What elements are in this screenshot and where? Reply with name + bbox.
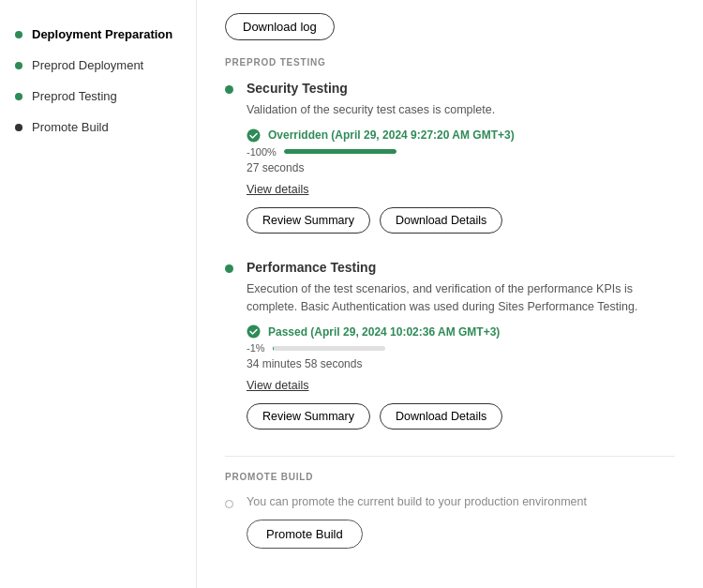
- performance-btn-row: Review Summary Download Details: [247, 403, 675, 430]
- security-progress-bar-wrap: [284, 149, 396, 154]
- sidebar-dot-preprod-deployment: [15, 62, 22, 69]
- promote-build-dot: [225, 500, 233, 508]
- security-testing-status-row: Overridden (April 29, 2024 9:27:20 AM GM…: [247, 128, 675, 143]
- sidebar-item-preprod-deployment[interactable]: Preprod Deployment: [0, 50, 196, 81]
- security-testing-dot: [225, 85, 233, 94]
- performance-view-details-link[interactable]: View details: [247, 379, 308, 392]
- promote-build-section-label: PROMOTE BUILD: [225, 472, 675, 482]
- security-testing-title: Security Testing: [247, 81, 675, 96]
- performance-testing-content: Performance Testing Execution of the tes…: [247, 260, 675, 430]
- performance-testing-status: Passed (April 29, 2024 10:02:36 AM GMT+3…: [268, 325, 500, 339]
- svg-point-1: [247, 325, 261, 339]
- performance-review-summary-button[interactable]: Review Summary: [247, 403, 370, 430]
- performance-testing-title: Performance Testing: [247, 260, 675, 275]
- performance-testing-item: Performance Testing Execution of the tes…: [225, 260, 675, 430]
- preprod-testing-section-label: PREPROD TESTING: [225, 57, 675, 68]
- security-btn-row: Review Summary Download Details: [247, 207, 675, 234]
- security-testing-item: Security Testing Validation of the secur…: [225, 81, 675, 234]
- performance-download-details-button[interactable]: Download Details: [380, 403, 502, 430]
- sidebar: Deployment Preparation Preprod Deploymen…: [0, 0, 197, 588]
- performance-testing-status-row: Passed (April 29, 2024 10:02:36 AM GMT+3…: [247, 324, 675, 339]
- svg-point-0: [247, 128, 261, 142]
- sidebar-label-deployment-preparation: Deployment Preparation: [32, 27, 172, 41]
- sidebar-label-preprod-testing: Preprod Testing: [32, 89, 117, 103]
- sidebar-dot-promote-build: [15, 124, 22, 131]
- section-divider: [225, 456, 675, 457]
- security-progress-bar-fill: [284, 149, 396, 154]
- sidebar-dot-deployment-preparation: [15, 31, 22, 38]
- sidebar-item-promote-build[interactable]: Promote Build: [0, 112, 196, 143]
- performance-testing-dot: [225, 264, 233, 273]
- performance-progress-bar-wrap: [273, 346, 385, 351]
- performance-check-icon: [247, 324, 261, 339]
- security-progress-row: -100%: [247, 146, 675, 158]
- performance-duration: 34 minutes 58 seconds: [247, 357, 675, 370]
- security-review-summary-button[interactable]: Review Summary: [247, 207, 370, 234]
- promote-build-desc: You can promote the current build to you…: [247, 495, 675, 508]
- main-content: Download log PREPROD TESTING Security Te…: [197, 0, 703, 588]
- security-testing-content: Security Testing Validation of the secur…: [247, 81, 675, 234]
- sidebar-label-promote-build: Promote Build: [32, 120, 109, 134]
- download-log-button[interactable]: Download log: [225, 13, 335, 40]
- security-duration: 27 seconds: [247, 161, 675, 174]
- sidebar-dot-preprod-testing: [15, 93, 22, 100]
- security-progress-label: -100%: [247, 146, 277, 158]
- performance-progress-bar-fill: [273, 346, 274, 351]
- security-download-details-button[interactable]: Download Details: [380, 207, 502, 234]
- performance-testing-desc: Execution of the test scenarios, and ver…: [247, 280, 675, 316]
- performance-progress-label: -1%: [247, 342, 265, 354]
- promote-build-item: You can promote the current build to you…: [225, 495, 675, 549]
- security-check-icon: [247, 128, 261, 143]
- performance-progress-row: -1%: [247, 342, 675, 354]
- promote-build-content: You can promote the current build to you…: [247, 495, 675, 549]
- security-testing-desc: Validation of the security test cases is…: [247, 101, 675, 119]
- sidebar-label-preprod-deployment: Preprod Deployment: [32, 58, 143, 72]
- security-testing-status: Overridden (April 29, 2024 9:27:20 AM GM…: [268, 128, 515, 142]
- sidebar-item-preprod-testing[interactable]: Preprod Testing: [0, 81, 196, 112]
- sidebar-item-deployment-preparation[interactable]: Deployment Preparation: [0, 19, 196, 50]
- promote-build-button[interactable]: Promote Build: [247, 520, 363, 549]
- security-view-details-link[interactable]: View details: [247, 183, 308, 196]
